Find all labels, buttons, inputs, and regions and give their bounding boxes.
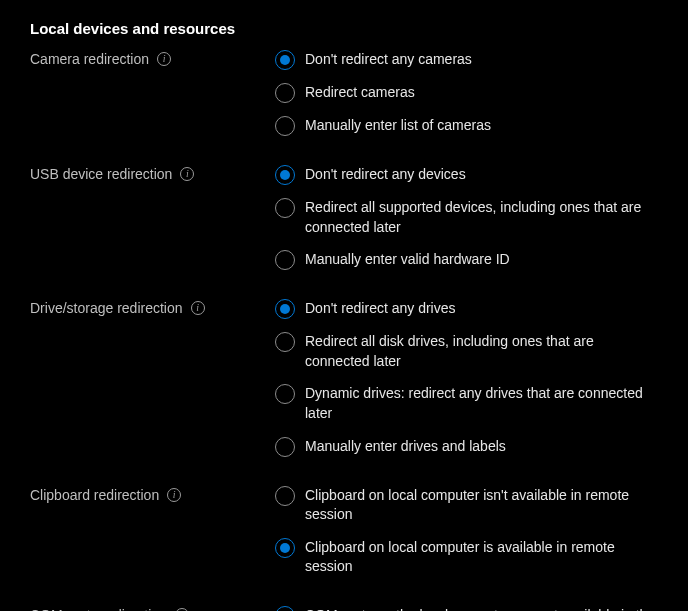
radio-button[interactable] xyxy=(275,83,295,103)
radio-label: Manually enter valid hardware ID xyxy=(305,249,510,270)
radio-option[interactable]: COM ports on the local computer are not … xyxy=(275,605,658,611)
info-icon[interactable]: i xyxy=(167,488,181,502)
radio-option[interactable]: Manually enter drives and labels xyxy=(275,436,658,457)
setting-label-text: USB device redirection xyxy=(30,166,172,182)
radio-label: Don't redirect any drives xyxy=(305,298,456,319)
info-icon[interactable]: i xyxy=(180,167,194,181)
radio-option[interactable]: Don't redirect any devices xyxy=(275,164,658,185)
radio-button[interactable] xyxy=(275,116,295,136)
radio-button[interactable] xyxy=(275,486,295,506)
setting-group-drive-storage-redirection: Drive/storage redirectioniDon't redirect… xyxy=(30,298,658,456)
radio-option[interactable]: Clipboard on local computer isn't availa… xyxy=(275,485,658,525)
radio-label: Manually enter list of cameras xyxy=(305,115,491,136)
radio-label: Clipboard on local computer isn't availa… xyxy=(305,485,658,525)
info-icon[interactable]: i xyxy=(191,301,205,315)
setting-label: Clipboard redirectioni xyxy=(30,485,275,503)
radio-option[interactable]: Don't redirect any drives xyxy=(275,298,658,319)
radio-options: Don't redirect any drivesRedirect all di… xyxy=(275,298,658,456)
setting-label: Camera redirectioni xyxy=(30,49,275,67)
radio-option[interactable]: Redirect all supported devices, includin… xyxy=(275,197,658,237)
radio-label: Redirect all supported devices, includin… xyxy=(305,197,658,237)
radio-label: Redirect all disk drives, including ones… xyxy=(305,331,658,371)
radio-label: Don't redirect any cameras xyxy=(305,49,472,70)
radio-option[interactable]: Clipboard on local computer is available… xyxy=(275,537,658,577)
radio-button[interactable] xyxy=(275,332,295,352)
setting-group-usb-device-redirection: USB device redirectioniDon't redirect an… xyxy=(30,164,658,270)
setting-label-text: Camera redirection xyxy=(30,51,149,67)
setting-label-text: Clipboard redirection xyxy=(30,487,159,503)
radio-option[interactable]: Redirect cameras xyxy=(275,82,658,103)
radio-label: Clipboard on local computer is available… xyxy=(305,537,658,577)
radio-label: Redirect cameras xyxy=(305,82,415,103)
radio-button[interactable] xyxy=(275,299,295,319)
setting-label-text: Drive/storage redirection xyxy=(30,300,183,316)
setting-group-camera-redirection: Camera redirectioniDon't redirect any ca… xyxy=(30,49,658,136)
radio-option[interactable]: Don't redirect any cameras xyxy=(275,49,658,70)
radio-button[interactable] xyxy=(275,165,295,185)
radio-button[interactable] xyxy=(275,198,295,218)
info-icon[interactable]: i xyxy=(157,52,171,66)
section-title: Local devices and resources xyxy=(30,20,658,37)
setting-label: Drive/storage redirectioni xyxy=(30,298,275,316)
setting-group-com-ports-redirection: COM ports redirectioniCOM ports on the l… xyxy=(30,605,658,611)
radio-button[interactable] xyxy=(275,538,295,558)
radio-button[interactable] xyxy=(275,606,295,611)
radio-label: Don't redirect any devices xyxy=(305,164,466,185)
radio-button[interactable] xyxy=(275,250,295,270)
radio-options: Don't redirect any camerasRedirect camer… xyxy=(275,49,658,136)
radio-button[interactable] xyxy=(275,50,295,70)
radio-option[interactable]: Dynamic drives: redirect any drives that… xyxy=(275,383,658,423)
radio-options: Don't redirect any devicesRedirect all s… xyxy=(275,164,658,270)
setting-label: USB device redirectioni xyxy=(30,164,275,182)
radio-option[interactable]: Manually enter list of cameras xyxy=(275,115,658,136)
radio-button[interactable] xyxy=(275,384,295,404)
radio-options: COM ports on the local computer are not … xyxy=(275,605,658,611)
radio-label: Dynamic drives: redirect any drives that… xyxy=(305,383,658,423)
setting-label: COM ports redirectioni xyxy=(30,605,275,611)
radio-label: COM ports on the local computer are not … xyxy=(305,605,658,611)
setting-label-text: COM ports redirection xyxy=(30,607,167,611)
radio-options: Clipboard on local computer isn't availa… xyxy=(275,485,658,577)
radio-button[interactable] xyxy=(275,437,295,457)
radio-label: Manually enter drives and labels xyxy=(305,436,506,457)
setting-group-clipboard-redirection: Clipboard redirectioniClipboard on local… xyxy=(30,485,658,577)
radio-option[interactable]: Manually enter valid hardware ID xyxy=(275,249,658,270)
radio-option[interactable]: Redirect all disk drives, including ones… xyxy=(275,331,658,371)
